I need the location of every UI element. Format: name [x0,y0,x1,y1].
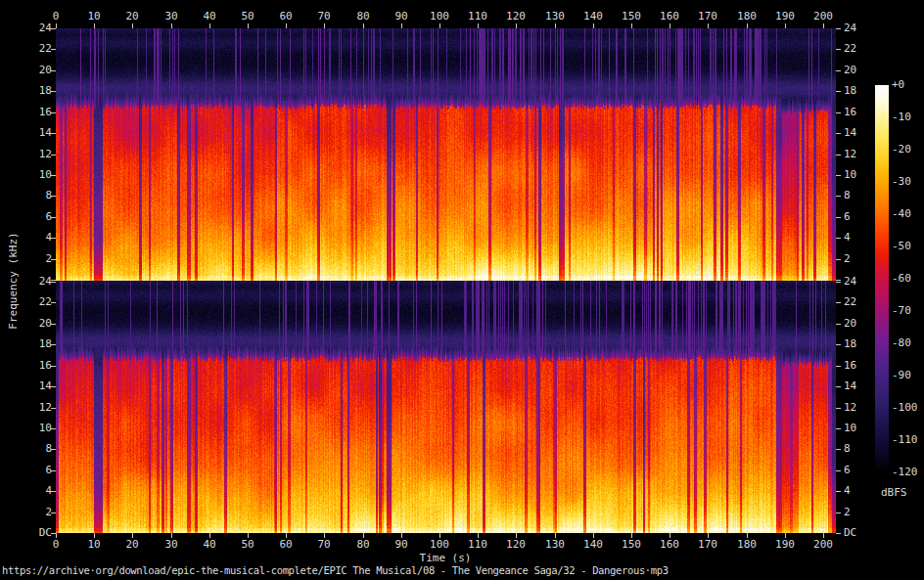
time-tick-label: 40 [203,539,215,551]
time-tick-label: 150 [622,11,641,22]
freq-tick [836,449,841,450]
freq-tick-label: 22 [844,43,856,55]
spectrogram-figure: 0102030405060708090100110120130140150160… [0,0,924,580]
time-tick-label: 80 [356,539,369,551]
freq-tick [836,302,841,303]
freq-tick-label: 20 [0,65,52,76]
freq-tick-label: 14 [0,380,52,392]
time-tick-label: 140 [583,539,603,551]
time-tick-label: 200 [813,539,833,551]
time-tick-label: 20 [125,539,138,551]
time-tick-label: 50 [241,539,254,551]
freq-tick-label: 8 [0,443,52,455]
colorbar-tick-label: -10 [892,112,911,123]
freq-tick-label: 6 [844,211,851,223]
time-tick-label: 70 [317,11,330,22]
freq-tick-label: 22 [0,43,52,55]
colorbar-tick-label: -70 [892,305,911,317]
time-tick-label: 100 [430,11,449,22]
time-tick-label: 180 [737,539,757,551]
freq-tick-label: 16 [0,107,52,118]
freq-tick-label: 4 [844,485,851,497]
colorbar-tick-label: -50 [892,241,911,252]
time-tick [171,23,172,28]
time-tick [56,23,57,28]
freq-tick-label: 12 [0,149,52,160]
freq-tick-label: 8 [844,443,851,455]
time-tick-label: 30 [164,11,177,22]
time-tick [439,23,440,28]
time-tick [401,23,402,28]
time-tick-label: 20 [125,11,138,22]
time-tick [94,23,95,28]
colorbar-tick-label: -80 [892,337,911,349]
freq-tick-label: 10 [0,423,52,434]
time-tick-label: 180 [737,11,757,22]
freq-tick [836,280,841,281]
time-tick [516,23,517,28]
time-tick-label: 130 [545,11,565,22]
freq-tick-label: 6 [0,211,52,223]
time-tick-label: 10 [87,539,100,551]
time-tick-label: 120 [506,539,526,551]
time-tick [324,23,325,28]
freq-tick-label: 14 [844,380,856,392]
time-tick [555,23,556,28]
time-tick [286,23,287,28]
time-tick [708,23,709,28]
time-tick-label: 190 [775,11,795,22]
freq-tick-label: 24 [844,22,856,34]
time-tick-label: 100 [430,539,449,551]
time-tick [209,23,210,28]
time-tick [363,23,364,28]
time-tick-label: 0 [53,11,60,22]
freq-tick-label: 18 [844,338,856,350]
time-tick-label: 80 [356,11,369,22]
freq-tick-label: 12 [844,149,856,160]
freq-tick-label: 20 [844,65,856,76]
freq-tick-label: 24 [844,276,856,288]
time-tick [823,23,824,28]
freq-tick-label: 20 [844,318,856,330]
freq-tick [836,91,841,92]
time-tick-label: 90 [394,539,407,551]
time-tick-label: 120 [506,11,526,22]
time-tick-label: 140 [583,11,603,22]
freq-tick [836,408,841,409]
freq-tick-label: 12 [0,402,52,414]
time-tick-label: 170 [698,539,717,551]
time-tick-label: 110 [468,539,487,551]
time-tick-label: 30 [164,539,177,551]
freq-tick [836,513,841,513]
freq-tick-label: 2 [0,507,52,518]
x-axis-title: Time (s) [420,553,472,564]
freq-tick [836,366,841,367]
colorbar-title: dBFS [881,487,907,499]
time-tick-label: 0 [53,539,60,551]
colorbar-tick-label: -20 [892,144,911,156]
freq-tick-label: 6 [0,465,52,476]
freq-tick [836,324,841,325]
freq-tick-label: 14 [0,127,52,139]
time-tick-label: 90 [394,11,407,22]
colorbar-tick-label: -40 [892,208,911,220]
colorbar-gradient [875,85,889,472]
freq-tick-label: 2 [844,507,851,518]
freq-tick [836,259,841,260]
freq-tick-label: 8 [0,190,52,201]
colorbar-tick-label: +0 [892,79,904,91]
time-tick-label: 150 [622,539,641,551]
freq-tick-label: 4 [0,485,52,497]
time-tick [631,23,632,28]
freq-tick-label: DC [0,527,52,539]
freq-tick-label: 10 [844,169,856,181]
colorbar-tick-label: -30 [892,176,911,188]
time-tick-label: 200 [813,11,833,22]
freq-tick-label: 22 [844,296,856,308]
y-axis-title: Frequency (kHz) [8,232,20,329]
time-tick-label: 10 [87,11,100,22]
colorbar-tick-label: -100 [892,402,918,414]
freq-tick [836,533,841,534]
freq-tick-label: 10 [0,169,52,181]
colorbar-tick-label: -110 [892,434,918,446]
